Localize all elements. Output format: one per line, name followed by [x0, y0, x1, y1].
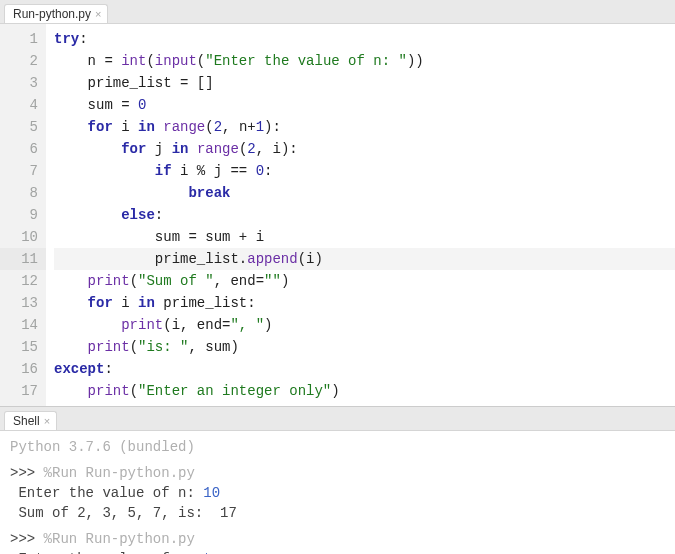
- code-line[interactable]: print(i, end=", "): [54, 314, 675, 336]
- code-line[interactable]: print("Enter an integer only"): [54, 380, 675, 402]
- editor-tab-label: Run-python.py: [13, 7, 91, 21]
- shell-line: Python 3.7.6 (bundled): [10, 437, 675, 457]
- shell-tab-label: Shell: [13, 414, 40, 428]
- shell-line: Enter the value of n: ten: [10, 549, 675, 554]
- code-line[interactable]: else:: [54, 204, 675, 226]
- code-line[interactable]: except:: [54, 358, 675, 380]
- code-line[interactable]: n = int(input("Enter the value of n: ")): [54, 50, 675, 72]
- code-line[interactable]: print("Sum of ", end=""): [54, 270, 675, 292]
- close-icon[interactable]: ×: [44, 416, 50, 427]
- close-icon[interactable]: ×: [95, 9, 101, 20]
- shell-line: Sum of 2, 3, 5, 7, is: 17: [10, 503, 675, 523]
- code-line[interactable]: prime_list.append(i): [54, 248, 675, 270]
- shell-tab[interactable]: Shell ×: [4, 411, 57, 430]
- code-line[interactable]: sum = sum + i: [54, 226, 675, 248]
- editor-tabbar: Run-python.py ×: [0, 0, 675, 24]
- shell-output[interactable]: Python 3.7.6 (bundled)>>> %Run Run-pytho…: [0, 431, 675, 554]
- code-editor[interactable]: 1234567891011121314151617 try: n = int(i…: [0, 24, 675, 407]
- code-line[interactable]: prime_list = []: [54, 72, 675, 94]
- code-line[interactable]: for i in range(2, n+1):: [54, 116, 675, 138]
- code-line[interactable]: try:: [54, 28, 675, 50]
- code-line[interactable]: for j in range(2, i):: [54, 138, 675, 160]
- code-area[interactable]: try: n = int(input("Enter the value of n…: [46, 24, 675, 406]
- shell-line: Enter the value of n: 10: [10, 483, 675, 503]
- code-line[interactable]: for i in prime_list:: [54, 292, 675, 314]
- code-line[interactable]: sum = 0: [54, 94, 675, 116]
- line-gutter: 1234567891011121314151617: [0, 24, 46, 406]
- shell-line: >>> %Run Run-python.py: [10, 529, 675, 549]
- code-line[interactable]: print("is: ", sum): [54, 336, 675, 358]
- code-line[interactable]: if i % j == 0:: [54, 160, 675, 182]
- shell-line: >>> %Run Run-python.py: [10, 463, 675, 483]
- editor-tab[interactable]: Run-python.py ×: [4, 4, 108, 23]
- code-line[interactable]: break: [54, 182, 675, 204]
- shell-tabbar: Shell ×: [0, 407, 675, 431]
